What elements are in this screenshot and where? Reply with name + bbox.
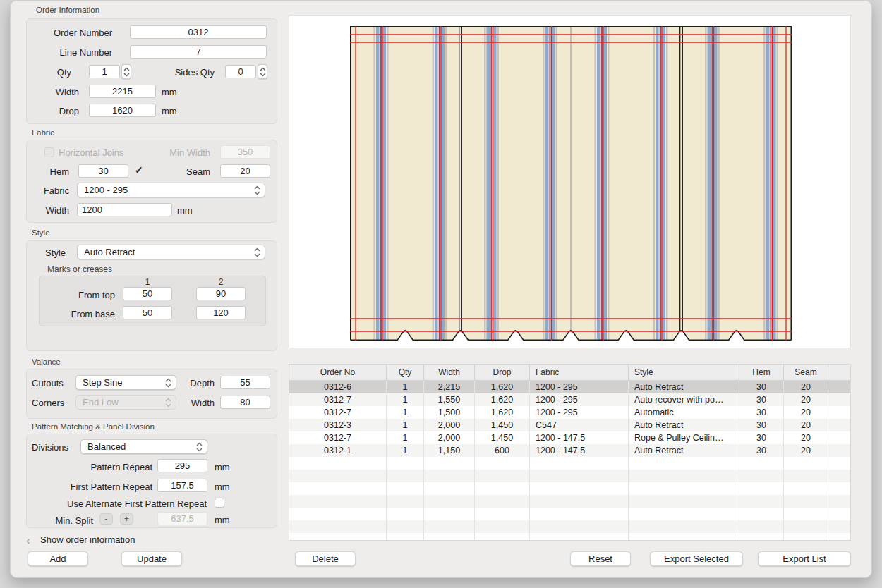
table-row[interactable]: 0312-711,5001,6201200 - 295Automatic3020 (289, 406, 850, 419)
depth-field[interactable]: 55 (220, 376, 270, 389)
add-button[interactable]: Add (28, 551, 88, 566)
table-row[interactable] (289, 533, 850, 541)
first-pattern-repeat-unit: mm (215, 480, 230, 494)
depth-label: Depth (183, 376, 215, 390)
pattern-repeat-field[interactable]: 295 (157, 459, 207, 472)
table-cell (739, 482, 784, 495)
hem-field[interactable]: 30 (78, 164, 128, 178)
table-row[interactable] (289, 470, 850, 482)
table-row[interactable] (289, 520, 850, 533)
min-width-field[interactable]: 350 (220, 145, 270, 159)
pattern-matching-section-label: Pattern Matching & Panel Division (32, 422, 155, 431)
line-number-field[interactable]: 7 (130, 45, 267, 59)
column-header[interactable]: Width (424, 365, 475, 380)
table-cell (784, 495, 828, 508)
table-cell (828, 393, 850, 406)
cutouts-select[interactable]: Step Sine (75, 375, 176, 390)
order-table[interactable]: Order NoQtyWidthDropFabricStyleHemSeam 0… (289, 364, 851, 541)
min-split-decrement-button[interactable]: - (99, 513, 113, 525)
table-cell (289, 520, 387, 533)
table-cell: 600 (475, 444, 530, 457)
use-alternate-checkbox[interactable] (215, 498, 224, 508)
min-split-field[interactable]: 637.5 (157, 512, 207, 525)
sides-qty-field[interactable]: 0 (225, 65, 256, 78)
checkmark-icon[interactable]: ✓ (135, 165, 143, 175)
table-cell (629, 457, 739, 470)
from-top-1-field[interactable]: 50 (123, 287, 172, 300)
show-order-information-link[interactable]: Show order information (40, 534, 135, 545)
app-window: Order Information Order Number 0312 Line… (10, 0, 872, 578)
hem-label: Hem (29, 165, 69, 178)
table-cell (629, 520, 739, 533)
min-split-increment-button[interactable]: + (120, 513, 133, 525)
from-top-2-field[interactable]: 90 (196, 287, 246, 300)
divisions-select[interactable]: Balanced (80, 439, 207, 454)
drop-field[interactable]: 1620 (89, 104, 156, 117)
table-cell: 1,150 (424, 444, 475, 457)
table-row[interactable]: 0312-712,0001,4501200 - 147.5Rope & Pull… (289, 431, 850, 444)
from-base-1-field[interactable]: 50 (123, 306, 172, 319)
table-cell: 2,215 (424, 381, 475, 393)
style-label: Style (35, 246, 66, 259)
order-number-field[interactable]: 0312 (130, 25, 267, 39)
width-field[interactable]: 2215 (89, 85, 156, 98)
qty-stepper[interactable] (121, 64, 131, 79)
table-row[interactable]: 0312-612,2151,6201200 - 295Auto Retract3… (289, 381, 850, 393)
first-pattern-repeat-field[interactable]: 157.5 (157, 479, 207, 492)
sides-qty-stepper[interactable] (258, 64, 267, 79)
fabric-preview-svg (350, 26, 792, 341)
column-header[interactable]: Hem (739, 365, 784, 380)
table-cell (784, 508, 828, 520)
from-base-label: From base (43, 307, 115, 321)
column-header[interactable]: Fabric (530, 365, 629, 380)
fabric-width-field[interactable]: 1200 (77, 203, 172, 216)
table-cell (387, 457, 424, 470)
table-cell (828, 381, 850, 393)
column-header[interactable]: Drop (475, 365, 530, 380)
table-row[interactable] (289, 457, 850, 470)
table-row[interactable] (289, 482, 850, 495)
fabric-width-unit: mm (177, 204, 193, 217)
corners-select[interactable]: End Low (75, 395, 176, 410)
fabric-section-label: Fabric (32, 128, 54, 137)
table-row[interactable]: 0312-711,5501,6201200 - 295Auto recover … (289, 393, 850, 406)
table-cell (530, 508, 629, 520)
table-cell: 1 (387, 393, 424, 406)
column-header[interactable]: Order No (289, 365, 387, 380)
delete-button[interactable]: Delete (295, 551, 356, 566)
table-cell: 2,000 (424, 431, 475, 444)
table-cell: 1,620 (475, 393, 530, 406)
chevron-left-icon[interactable]: ‹ (26, 535, 30, 546)
column-header[interactable]: Seam (784, 365, 828, 380)
table-cell: 1,450 (475, 431, 530, 444)
column-header[interactable] (828, 365, 850, 380)
horizontal-joins-checkbox[interactable] (44, 147, 54, 157)
table-cell (424, 508, 475, 520)
qty-field[interactable]: 1 (89, 65, 120, 78)
table-row[interactable]: 0312-312,0001,450C547Auto Retract3020 (289, 419, 850, 431)
valance-width-field[interactable]: 80 (220, 396, 270, 409)
table-row[interactable] (289, 495, 850, 508)
style-select[interactable]: Auto Retract (77, 245, 265, 259)
from-base-2-field[interactable]: 120 (196, 306, 246, 319)
table-cell (530, 520, 629, 533)
table-cell (739, 495, 784, 508)
table-cell: Auto Retract (629, 381, 739, 393)
table-row[interactable] (289, 508, 850, 520)
table-cell: 30 (739, 444, 784, 457)
table-cell: 0312-6 (289, 381, 387, 393)
style-select-value: Auto Retract (84, 247, 135, 257)
fabric-select[interactable]: 1200 - 295 (77, 183, 265, 197)
export-selected-button[interactable]: Export Selected (650, 551, 743, 566)
seam-field[interactable]: 20 (220, 164, 270, 178)
line-number-label: Line Number (29, 46, 112, 59)
table-cell (424, 482, 475, 495)
reset-button[interactable]: Reset (570, 551, 631, 566)
table-cell (784, 520, 828, 533)
table-cell (828, 406, 850, 419)
column-header[interactable]: Style (629, 365, 739, 380)
export-list-button[interactable]: Export List (758, 551, 851, 566)
table-row[interactable]: 0312-111,1506001200 - 147.5Auto Retract3… (289, 444, 850, 457)
update-button[interactable]: Update (121, 551, 182, 566)
column-header[interactable]: Qty (387, 365, 424, 380)
